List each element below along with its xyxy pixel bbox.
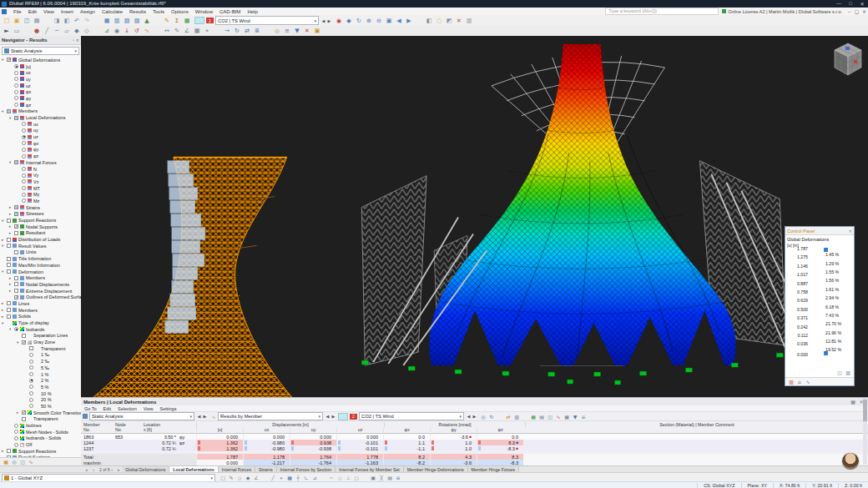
tree-item[interactable]: Local Deformations — [0, 114, 81, 121]
tree-checkbox[interactable] — [29, 360, 33, 364]
zoom-out[interactable]: ⊖ — [374, 16, 384, 25]
tree-checkbox[interactable] — [7, 238, 11, 242]
sep[interactable] — [361, 475, 369, 481]
member-tool[interactable]: ─ — [52, 27, 62, 36]
tree-item[interactable]: N — [0, 166, 81, 173]
table-row[interactable]: 1237 0.72 ¼ 1.362-0.980-0.938-0.101-1.11… — [81, 445, 868, 451]
mdi-restore-button[interactable]: ▢ — [853, 9, 860, 14]
tree-checkbox[interactable] — [14, 71, 18, 75]
layers[interactable]: ≡ — [282, 27, 292, 36]
tree-checkbox[interactable] — [22, 135, 26, 139]
tree-item[interactable]: φy — [0, 147, 81, 153]
tree-checkbox[interactable] — [22, 193, 26, 197]
tree-item[interactable]: Members — [0, 274, 81, 281]
tree-checkbox[interactable] — [22, 148, 26, 152]
tree-checkbox[interactable] — [7, 219, 11, 223]
tree-item[interactable]: Gray Zone — [0, 339, 81, 345]
menu-item[interactable]: Help — [244, 9, 260, 14]
tree-checkbox[interactable] — [22, 334, 26, 338]
analysis-type-combo[interactable]: Static Analysis ▾ — [2, 47, 79, 55]
sep[interactable] — [92, 16, 102, 25]
tree-item[interactable]: 5 ‰ — [0, 365, 81, 371]
cartesian-snap[interactable]: ⊿ — [310, 475, 319, 481]
annotation[interactable]: ✎ — [172, 27, 182, 36]
col-phix[interactable]: φx — [383, 427, 430, 432]
redo[interactable]: ↷ — [82, 16, 92, 25]
new-file[interactable]: ▢ — [2, 16, 12, 25]
tree-checkbox[interactable] — [14, 103, 18, 107]
hinge-tool[interactable]: ◉ — [112, 27, 122, 36]
rotate-tool[interactable]: ↻ — [232, 27, 242, 36]
tree-item[interactable]: Isobands - Solids — [0, 435, 81, 442]
next-button[interactable]: ▶ — [202, 414, 208, 419]
col-uz[interactable]: uz — [336, 427, 383, 432]
tree-item[interactable]: Support Reactions — [0, 217, 81, 224]
tree-checkbox[interactable] — [14, 224, 18, 229]
table-dock[interactable]: ▦ — [849, 399, 857, 405]
cancel[interactable]: ✕ — [454, 16, 464, 25]
table-settings[interactable]: ≡ — [579, 413, 588, 420]
tree-checkbox[interactable] — [7, 257, 11, 261]
sep[interactable] — [152, 27, 162, 36]
table-case-combo[interactable]: CO2 | TS Wind▾ — [359, 412, 464, 420]
tree-item[interactable]: Support Reactions — [0, 448, 81, 455]
maximize-button[interactable]: □ — [845, 1, 856, 7]
tree-item[interactable]: Internal Forces — [0, 159, 81, 166]
screenshot[interactable]: ▥ — [464, 16, 474, 25]
line-tool[interactable]: ╱ — [42, 27, 52, 36]
sep[interactable] — [262, 27, 272, 36]
menu-item[interactable]: Tools — [149, 9, 168, 14]
copy[interactable]: ◨ — [52, 16, 62, 25]
panel-factors-tab[interactable]: ⌂ — [795, 379, 804, 385]
pin-icon[interactable]: ▫ — [73, 38, 74, 43]
tree-item[interactable]: Resultant — [0, 230, 81, 237]
line-snap[interactable]: ─ — [327, 475, 336, 481]
paste[interactable]: ◧ — [62, 16, 72, 25]
panel-filter-tab[interactable]: ∿ — [804, 379, 812, 385]
menu-item[interactable]: Insert — [58, 9, 77, 14]
tree-item[interactable]: Lines — [0, 300, 81, 307]
perpendicular-snap[interactable]: ⊥ — [344, 475, 352, 481]
lock-table[interactable]: ◫ — [546, 413, 554, 420]
tree-checkbox[interactable] — [22, 122, 26, 126]
move-tool[interactable]: → — [222, 27, 232, 36]
tree-checkbox[interactable] — [29, 398, 33, 402]
tree-checkbox[interactable] — [14, 430, 18, 434]
mdi-close-button[interactable]: ✕ — [860, 9, 868, 14]
open-file[interactable]: ▣ — [12, 16, 22, 25]
tree-item[interactable]: Distribution of Loads — [0, 236, 81, 243]
panel-layout[interactable]: ▧ — [122, 16, 132, 25]
menu-item[interactable]: File — [10, 9, 25, 14]
tree-checkbox[interactable] — [14, 116, 18, 120]
visibility[interactable]: ◎ — [272, 27, 282, 36]
sep[interactable] — [92, 27, 102, 36]
prev-button[interactable]: ◀ — [325, 414, 331, 419]
tree-item[interactable]: uy — [0, 76, 81, 83]
tree-checkbox[interactable] — [14, 250, 18, 254]
tree-checkbox[interactable] — [29, 385, 33, 389]
prev-view[interactable]: ◀ — [394, 16, 404, 25]
tree-checkbox[interactable] — [29, 391, 33, 395]
table-analysis-combo[interactable]: Static Analysis▾ — [89, 412, 194, 420]
tree-item[interactable]: Vz — [0, 179, 81, 185]
menu-item[interactable]: CAD-BIM — [216, 9, 244, 14]
tree-checkbox[interactable] — [14, 212, 18, 216]
tree-item[interactable]: Outlines of Deformed Surfaces — [0, 294, 81, 300]
show-results[interactable]: ▦ — [182, 16, 192, 25]
tree-checkbox[interactable] — [7, 455, 11, 457]
tree-item[interactable]: φy — [0, 95, 81, 102]
grid-tool[interactable]: ▦ — [192, 27, 202, 36]
table-row[interactable]: 1863 653 3.50 * φy 0.0000.0000.0000.0000… — [81, 434, 868, 440]
results-by-combo[interactable]: Results by Member▾ — [218, 412, 323, 420]
tree-checkbox[interactable] — [22, 179, 26, 184]
col-uy[interactable]: uy — [290, 427, 336, 432]
panel-views[interactable]: ▨ — [132, 16, 142, 25]
tree-item[interactable]: Vy — [0, 172, 81, 179]
tree-item[interactable]: Nodal Displacements — [0, 281, 81, 288]
sep[interactable] — [319, 475, 327, 481]
menu-item[interactable]: View — [40, 9, 58, 14]
edit-load-cases[interactable]: ✎ — [162, 16, 172, 25]
refresh-table[interactable]: ↻ — [487, 413, 496, 420]
imperfection[interactable]: ∿ — [142, 27, 152, 36]
tree-checkbox[interactable] — [7, 301, 11, 305]
